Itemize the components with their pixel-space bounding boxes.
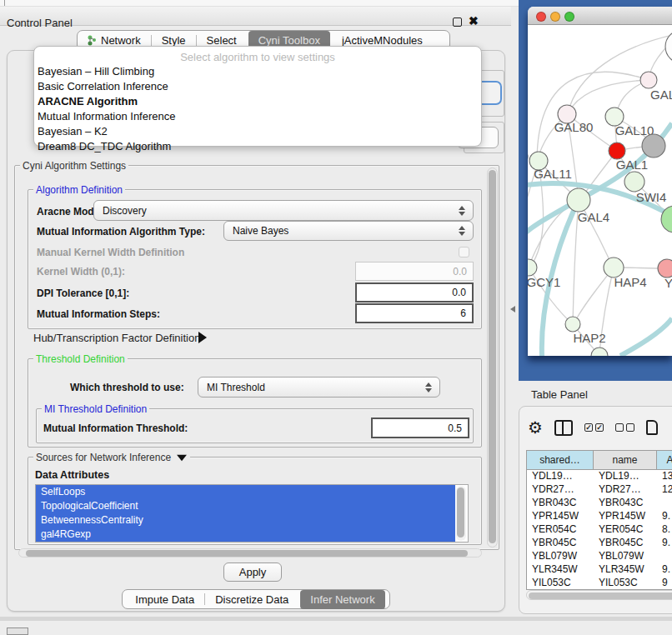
gear-icon[interactable]: ⚙ [528, 419, 543, 436]
close-icon[interactable]: ✖ [469, 14, 479, 28]
bottom-tab-discretize-data[interactable]: Discretize Data [205, 591, 298, 608]
zoom-traffic-light-icon[interactable] [564, 12, 574, 22]
network-edge[interactable] [620, 318, 672, 356]
network-node-hap2[interactable] [565, 317, 580, 332]
kernel-width-field[interactable]: 0.0 [355, 262, 474, 281]
attr-list-scrollbar[interactable] [456, 486, 466, 541]
table-cell: YIL053C [527, 577, 594, 590]
table-cell: YDL19… [594, 470, 657, 483]
attribute-list-item[interactable]: TopologicalCoefficient [36, 499, 455, 513]
table-row[interactable]: YBR043CYBR043C [527, 497, 672, 510]
bottom-tab-impute-data[interactable]: Impute Data [125, 591, 204, 608]
table-cell: YDR27… [594, 483, 657, 497]
network-edge[interactable] [568, 80, 649, 113]
algorithm-option[interactable]: ARACNE Algorithm [34, 93, 481, 108]
table-row[interactable]: YER054CYER054C8. [527, 523, 672, 537]
column-view-icon[interactable] [554, 420, 573, 436]
float-panel-icon[interactable] [453, 18, 462, 27]
show-columns-icon[interactable] [584, 423, 604, 432]
table-cell: 13 [657, 470, 672, 483]
combo-stepper-icon [459, 226, 465, 236]
network-node-gal1[interactable] [609, 142, 625, 159]
table-row[interactable]: YIL053CYIL053C9 [527, 577, 672, 590]
manual-kernel-label: Manual Kernel Width Definition [37, 247, 184, 258]
network-edge[interactable] [537, 72, 649, 160]
network-node[interactable] [665, 30, 672, 63]
dpi-tolerance-label: DPI Tolerance [0,1]: [37, 288, 129, 299]
node-label: SWI4 [636, 190, 667, 204]
algorithm-option[interactable]: Bayesian – K2 [34, 123, 481, 138]
table-row[interactable]: YPR145WYPR145W9. [527, 510, 672, 523]
mi-type-combo[interactable]: Naive Bayes [223, 221, 474, 241]
network-node-gal4[interactable] [567, 188, 590, 212]
network-window-titlebar[interactable] [528, 7, 672, 25]
table-row[interactable]: YBL079WYBL079W [527, 550, 672, 563]
table-row[interactable]: YBR045CYBR045C9. [527, 537, 672, 550]
bottom-tab-infer-network[interactable]: Infer Network [300, 590, 384, 609]
tab-label: jActiveMNodules [342, 34, 423, 47]
table-cell: YBL079W [527, 550, 594, 563]
minimized-panel-icon[interactable] [7, 628, 28, 635]
hide-columns-icon[interactable] [615, 423, 634, 432]
network-node-swi4[interactable] [624, 172, 644, 192]
table-cell: YBR043C [527, 497, 594, 510]
algorithm-option[interactable]: Dream8 DC_TDC Algorithm [34, 138, 481, 153]
kernel-width-value: 0.0 [453, 266, 467, 278]
network-node-gcy1[interactable] [528, 259, 537, 276]
aracne-mode-combo[interactable]: Discovery [93, 200, 474, 221]
table-cell: YDR27… [527, 483, 594, 497]
expand-arrow-icon[interactable] [198, 332, 207, 343]
minimize-traffic-light-icon[interactable] [550, 12, 560, 22]
dpi-tolerance-field[interactable]: 0.0 [355, 282, 474, 302]
cyni-settings-title: Cyni Algorithm Settings [20, 160, 128, 172]
attribute-list-item[interactable]: BetweennessCentrality [36, 513, 455, 528]
close-traffic-light-icon[interactable] [536, 12, 546, 22]
node-label: HAP2 [573, 331, 605, 345]
algorithm-option[interactable]: Mutual Information Inference [34, 108, 481, 123]
settings-hscrollbar[interactable] [18, 548, 482, 558]
table-cell [657, 550, 672, 563]
which-threshold-combo[interactable]: MI Threshold [198, 377, 440, 398]
tab-label: Style [162, 34, 186, 47]
data-attributes-list[interactable]: SelfLoopsTopologicalCoefficientBetweenne… [35, 484, 469, 542]
export-table-icon[interactable] [646, 420, 658, 435]
table-toolbar: ⚙ [528, 415, 672, 440]
algorithm-definition-title: Algorithm Definition [33, 184, 125, 196]
mi-steps-field[interactable]: 6 [355, 303, 474, 323]
column-header-name[interactable]: name [594, 451, 657, 470]
mi-threshold-field[interactable]: 0.5 [371, 418, 469, 438]
collapse-arrow-icon[interactable] [177, 454, 187, 461]
table-cell: YBR043C [594, 497, 657, 510]
table-row[interactable]: YDR27…YDR27…12 [527, 483, 672, 497]
hub-definition-label: Hub/Transcription Factor Definition [33, 332, 200, 344]
which-threshold-value: MI Threshold [207, 382, 265, 393]
column-header-shared[interactable]: shared… [527, 451, 594, 470]
apply-button[interactable]: Apply [223, 562, 282, 582]
attribute-list-item[interactable]: gal4RGexp [36, 528, 455, 542]
panel-divider-arrow-icon[interactable] [510, 306, 515, 312]
node-label: GCY1 [528, 275, 560, 289]
table-cell: 12 [657, 483, 672, 497]
column-header-a[interactable]: A [657, 451, 672, 470]
mi-threshold-label: Mutual Information Threshold: [43, 422, 188, 434]
data-attributes-label: Data Attributes [35, 469, 109, 481]
network-window: GALGAL80GAL10GAL1GAL11SWI4GAL4GCY1HAP4YH… [528, 7, 672, 356]
attribute-list-item[interactable]: SelfLoops [36, 485, 455, 499]
algorithm-option[interactable]: Basic Correlation Inference [34, 78, 481, 93]
network-canvas[interactable]: GALGAL80GAL10GAL1GAL11SWI4GAL4GCY1HAP4YH… [528, 25, 672, 356]
settings-scrollbar[interactable] [487, 168, 498, 548]
node-table: shared…nameA YDL19…YDL19…13YDR27…YDR27…1… [526, 450, 672, 590]
table-cell: YBR045C [527, 537, 594, 550]
algorithm-option[interactable]: Bayesian – Hill Climbing [34, 63, 481, 78]
network-node-gal[interactable] [640, 72, 657, 88]
network-node[interactable] [642, 134, 665, 158]
table-cell: YLR345W [594, 563, 657, 577]
node-label: GAL80 [554, 120, 594, 134]
mi-type-value: Naive Bayes [233, 225, 288, 237]
network-node-y[interactable] [658, 259, 672, 278]
table-row[interactable]: YLR345WYLR345W9. [527, 563, 672, 577]
table-hscrollbar[interactable] [526, 590, 672, 600]
manual-kernel-checkbox[interactable] [459, 247, 469, 258]
table-row[interactable]: YDL19…YDL19…13 [527, 470, 672, 483]
combo-stepper-icon [425, 382, 432, 392]
